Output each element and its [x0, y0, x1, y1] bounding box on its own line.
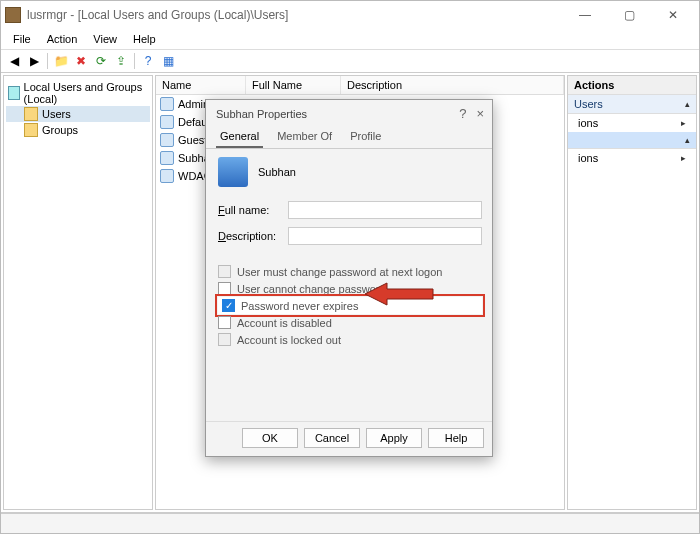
actions-item-label: ions — [578, 152, 598, 164]
tab-memberof[interactable]: Member Of — [273, 127, 336, 148]
fullname-label: FFull name:ull name: — [218, 204, 288, 216]
fullname-input[interactable] — [288, 201, 482, 219]
tree-item-label: Users — [42, 108, 71, 120]
statusbar — [1, 513, 699, 533]
dialog-close-icon[interactable]: × — [476, 106, 484, 121]
menu-file[interactable]: File — [5, 31, 39, 47]
col-full[interactable]: Full Name — [246, 76, 341, 94]
menu-view[interactable]: View — [85, 31, 125, 47]
help-button[interactable]: Help — [428, 428, 484, 448]
checkbox-icon — [218, 265, 231, 278]
actions-group-label: Users — [574, 98, 603, 110]
dialog-tabs: General Member Of Profile — [206, 125, 492, 149]
close-button[interactable]: ✕ — [651, 1, 695, 29]
dialog-help-icon[interactable]: ? — [459, 106, 466, 121]
checkbox-cannotchange[interactable]: User cannot change password — [218, 280, 482, 297]
actions-item[interactable]: ions ▸ — [568, 114, 696, 132]
back-icon[interactable]: ◀ — [5, 52, 23, 70]
actions-item[interactable]: ions ▸ — [568, 149, 696, 167]
checkbox-label: Password never expires — [241, 300, 358, 312]
ok-button[interactable]: OK — [242, 428, 298, 448]
menubar: File Action View Help — [1, 29, 699, 50]
checkbox-disabled[interactable]: Account is disabled — [218, 314, 482, 331]
actions-selected[interactable]: ▴ — [568, 132, 696, 149]
maximize-button[interactable]: ▢ — [607, 1, 651, 29]
folder-icon — [24, 107, 38, 121]
actions-pane: Actions Users ▴ ions ▸ ▴ ions ▸ — [567, 75, 697, 510]
tree-item-label: Groups — [42, 124, 78, 136]
actions-item-label: ions — [578, 117, 598, 129]
tree-item-users[interactable]: Users — [6, 106, 150, 122]
checkbox-locked[interactable]: Account is locked out — [218, 331, 482, 348]
tree-pane: Local Users and Groups (Local) Users Gro… — [3, 75, 153, 510]
titlebar: lusrmgr - [Local Users and Groups (Local… — [1, 1, 699, 29]
checkbox-label: User cannot change password — [237, 283, 386, 295]
folder-icon[interactable]: 📁 — [52, 52, 70, 70]
app-icon — [5, 7, 21, 23]
user-icon — [160, 97, 174, 111]
list-header: Name Full Name Description — [156, 76, 564, 95]
checkbox-neverexpires[interactable]: ✓ Password never expires — [218, 297, 482, 314]
checkbox-mustchange[interactable]: User must change password at next logon — [218, 263, 482, 280]
properties-dialog: Subhan Properties ? × General Member Of … — [205, 99, 493, 457]
menu-action[interactable]: Action — [39, 31, 86, 47]
window-title: lusrmgr - [Local Users and Groups (Local… — [27, 8, 563, 22]
cancel-button[interactable]: Cancel — [304, 428, 360, 448]
checkbox-icon — [218, 316, 231, 329]
tab-general[interactable]: General — [216, 127, 263, 148]
actions-header: Actions — [568, 76, 696, 95]
tree-root-label: Local Users and Groups (Local) — [24, 81, 148, 105]
collapse-icon: ▴ — [685, 135, 690, 145]
user-icon — [160, 151, 174, 165]
chevron-right-icon: ▸ — [681, 153, 686, 163]
checkbox-label: Account is disabled — [237, 317, 332, 329]
checkbox-label: User must change password at next logon — [237, 266, 442, 278]
actions-group-users[interactable]: Users ▴ — [568, 95, 696, 114]
checkbox-icon: ✓ — [222, 299, 235, 312]
user-avatar-icon — [218, 157, 248, 187]
description-label: Description: — [218, 230, 288, 242]
checkbox-icon — [218, 282, 231, 295]
tree-root[interactable]: Local Users and Groups (Local) — [6, 80, 150, 106]
dialog-title: Subhan Properties — [216, 108, 307, 120]
refresh-icon[interactable]: ⟳ — [92, 52, 110, 70]
toolbar: ◀ ▶ 📁 ✖ ⟳ ⇪ ? ▦ — [1, 50, 699, 73]
col-name[interactable]: Name — [156, 76, 246, 94]
details-icon[interactable]: ▦ — [159, 52, 177, 70]
user-icon — [160, 169, 174, 183]
checkbox-icon — [218, 333, 231, 346]
checkbox-label: Account is locked out — [237, 334, 341, 346]
menu-help[interactable]: Help — [125, 31, 164, 47]
user-name: Subhan — [258, 166, 296, 178]
folder-icon — [24, 123, 38, 137]
export-icon[interactable]: ⇪ — [112, 52, 130, 70]
description-input[interactable] — [288, 227, 482, 245]
user-icon — [160, 115, 174, 129]
forward-icon[interactable]: ▶ — [25, 52, 43, 70]
help-icon[interactable]: ? — [139, 52, 157, 70]
tree-item-groups[interactable]: Groups — [6, 122, 150, 138]
apply-button[interactable]: Apply — [366, 428, 422, 448]
delete-icon[interactable]: ✖ — [72, 52, 90, 70]
col-desc[interactable]: Description — [341, 76, 564, 94]
tab-profile[interactable]: Profile — [346, 127, 385, 148]
collapse-icon: ▴ — [685, 99, 690, 109]
mmc-icon — [8, 86, 20, 100]
minimize-button[interactable]: — — [563, 1, 607, 29]
chevron-right-icon: ▸ — [681, 118, 686, 128]
user-icon — [160, 133, 174, 147]
